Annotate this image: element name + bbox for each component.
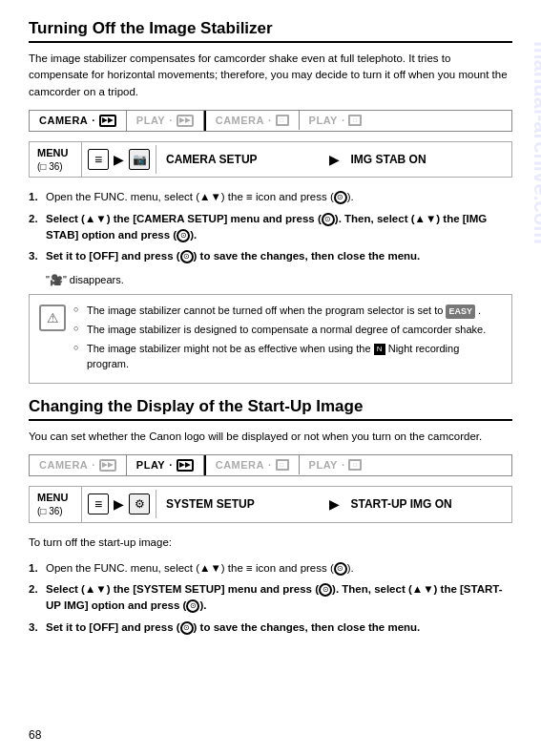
section2-steps: 1. Open the FUNC. menu, select (▲▼) the … — [29, 560, 512, 636]
set-btn-3: ⊙ — [177, 229, 190, 242]
night-icon: N — [374, 344, 385, 355]
step-2-3: 3. Set it to [OFF] and press (⊙) to save… — [29, 620, 512, 636]
mode-play-card: PLAY · □ — [300, 111, 372, 130]
menu-value-2: START-UP IMG ON — [342, 494, 512, 514]
section1-title: Turning Off the Image Stabilizer — [29, 19, 512, 43]
turn-off-label: To turn off the start-up image: — [29, 535, 512, 551]
section1-menu-row: MENU(□ 36) ≡ ▶ 📷 CAMERA SETUP ▶ IMG STAB… — [29, 141, 512, 178]
tape-icon-2: ▶▶ — [177, 115, 194, 127]
section2-menu-row: MENU(□ 36) ≡ ▶ ⚙ SYSTEM SETUP ▶ START-UP… — [29, 486, 512, 523]
setup-icon-2: ⚙ — [129, 494, 150, 514]
mode2-play-tape: PLAY · ▶▶ — [127, 455, 204, 475]
arrow-1: ▶ — [112, 152, 126, 167]
set-btn-4: ⊙ — [180, 250, 194, 263]
arrow-4: ▶ — [327, 496, 342, 512]
section1-mode-bar: CAMERA · ▶▶ PLAY · ▶▶ CAMERA · □ PLAY · … — [29, 110, 512, 132]
mode-camera-card: CAMERA · □ — [206, 111, 300, 130]
section2-title: Changing the Display of the Start-Up Ima… — [29, 397, 512, 421]
note-3: The image stabilizer might not be as eff… — [73, 341, 502, 372]
note-box-1: ⚠ The image stabilizer cannot be turned … — [29, 294, 512, 383]
set-btn-1: ⊙ — [334, 191, 347, 204]
note-1: The image stabilizer cannot be turned of… — [73, 303, 502, 319]
page-number: 68 — [29, 728, 41, 742]
section1-steps: 1. Open the FUNC. menu, select (▲▼) the … — [29, 189, 512, 264]
mode-play-tape: PLAY · ▶▶ — [127, 111, 204, 131]
disappears-note: "🎥" disappears. — [46, 274, 512, 286]
step-1-2: 2. Select (▲▼) the [CAMERA SETUP] menu a… — [29, 211, 512, 244]
section1-intro: The image stabilizer compensates for cam… — [29, 51, 512, 100]
step-1-3: 3. Set it to [OFF] and press (⊙) to save… — [29, 248, 512, 264]
card-icon-3: □ — [276, 459, 289, 471]
tape-icon-1: ▶▶ — [99, 115, 116, 127]
menu-label-2: MENU(□ 36) — [30, 487, 82, 522]
section2-mode-bar: CAMERA · ▶▶ PLAY · ▶▶ CAMERA · □ PLAY · … — [29, 454, 512, 476]
menu-icon-cell-1: ≡ ▶ 📷 — [82, 145, 156, 174]
setup-icon-1: 📷 — [129, 149, 150, 170]
menu-value-1: IMG STAB ON — [342, 149, 512, 170]
set-btn-6: ⊙ — [319, 583, 332, 597]
note-icon-1: ⚠ — [39, 304, 66, 331]
func-icon-2: ≡ — [88, 494, 109, 514]
tape-icon-4: ▶▶ — [177, 459, 194, 472]
menu-content-1: CAMERA SETUP — [156, 149, 327, 170]
mode-camera-tape: CAMERA · ▶▶ — [30, 111, 127, 131]
card-icon-2: □ — [348, 115, 362, 126]
step-1-1: 1. Open the FUNC. menu, select (▲▼) the … — [29, 189, 512, 205]
set-btn-5: ⊙ — [334, 562, 347, 576]
set-btn-2: ⊙ — [322, 213, 335, 226]
watermark: manual-archive.com — [529, 41, 541, 127]
easy-badge: EASY — [446, 304, 475, 320]
card-icon-1: □ — [276, 115, 289, 126]
mode2-camera-tape: CAMERA · ▶▶ — [30, 455, 127, 475]
card-icon-4: □ — [348, 459, 362, 471]
set-btn-8: ⊙ — [180, 621, 194, 635]
arrow-3: ▶ — [112, 496, 126, 512]
mode2-play-card: PLAY · □ — [300, 455, 372, 474]
step-2-1: 1. Open the FUNC. menu, select (▲▼) the … — [29, 560, 512, 577]
menu-icon-cell-2: ≡ ▶ ⚙ — [82, 490, 156, 518]
set-btn-7: ⊙ — [186, 599, 199, 613]
note-content-1: The image stabilizer cannot be turned of… — [73, 303, 502, 374]
mode2-camera-card: CAMERA · □ — [206, 455, 300, 474]
note-2: The image stabilizer is designed to comp… — [73, 322, 502, 338]
menu-content-2: SYSTEM SETUP — [156, 494, 327, 514]
arrow-2: ▶ — [327, 152, 342, 167]
section2-intro: You can set whether the Canon logo will … — [29, 429, 512, 445]
func-icon-1: ≡ — [88, 149, 109, 170]
tape-icon-3: ▶▶ — [99, 459, 116, 472]
menu-label-1: MENU(□ 36) — [30, 142, 82, 178]
step-2-2: 2. Select (▲▼) the [SYSTEM SETUP] menu a… — [29, 581, 512, 615]
